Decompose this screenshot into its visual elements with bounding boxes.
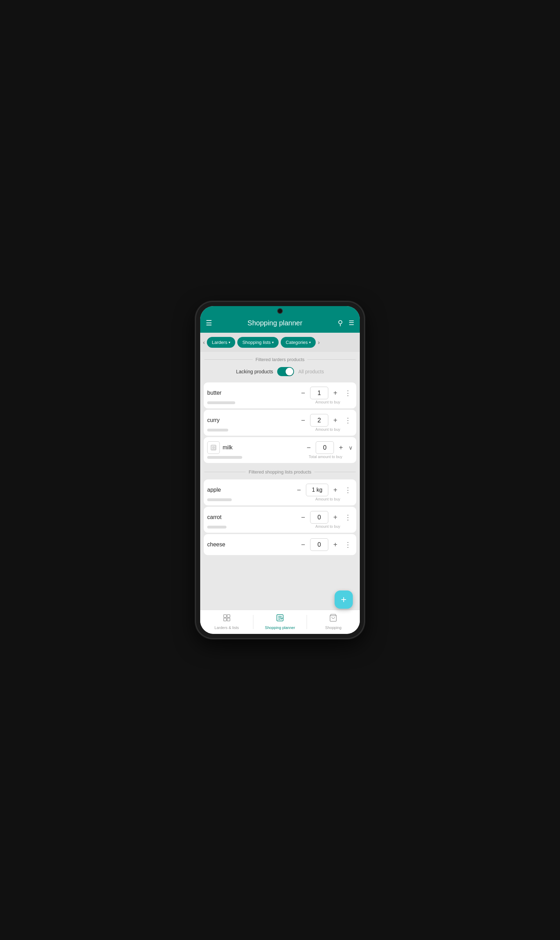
product-row-cheese: cheese − 0 + ⋮ <box>207 538 353 551</box>
nav-label-shopping-planner: Shopping planner <box>265 626 295 630</box>
product-name-curry: curry <box>207 417 295 424</box>
product-row-butter: butter − 1 + ⋮ <box>207 387 353 399</box>
qty-increase-apple[interactable]: + <box>331 485 340 495</box>
qty-decrease-curry[interactable]: − <box>298 415 308 425</box>
qty-increase-milk[interactable]: + <box>336 443 346 453</box>
product-card-carrot: carrot − 0 + ⋮ Amount to buy <box>204 507 356 533</box>
nav-item-larders-lists[interactable]: Larders & lists <box>200 610 253 634</box>
amount-label-curry: Amount to buy <box>315 427 353 431</box>
qty-display-butter: 1 <box>310 387 328 399</box>
expand-btn-milk[interactable]: ∨ <box>349 444 353 451</box>
product-card-cheese: cheese − 0 + ⋮ <box>204 534 356 555</box>
tab-categories[interactable]: Categories ▾ <box>281 337 316 348</box>
shopping-section-title: Filtered shopping lists products <box>249 469 311 475</box>
shopping-icon <box>329 613 337 624</box>
qty-decrease-carrot[interactable]: − <box>298 512 308 522</box>
qty-controls-cheese: − 0 + <box>298 538 340 551</box>
product-subtitle-butter <box>207 401 235 404</box>
fab-icon: + <box>341 594 346 605</box>
filter-icon[interactable]: ☰ <box>349 319 354 327</box>
product-subtitle-carrot <box>207 526 226 529</box>
qty-display-carrot: 0 <box>310 511 328 524</box>
product-row-apple: apple − 1 kg + ⋮ <box>207 484 353 496</box>
qty-decrease-milk[interactable]: − <box>304 443 314 453</box>
tab-larders-chevron: ▾ <box>229 341 230 344</box>
svg-rect-4 <box>214 448 215 449</box>
product-card-apple: apple − 1 kg + ⋮ Amount to buy <box>204 479 356 505</box>
more-btn-butter[interactable]: ⋮ <box>343 387 353 399</box>
qty-controls-apple: − 1 kg + <box>294 484 340 496</box>
qty-decrease-apple[interactable]: − <box>294 485 304 495</box>
tab-larders-label: Larders <box>212 340 227 345</box>
product-row-carrot: carrot − 0 + ⋮ <box>207 511 353 524</box>
product-card-milk: milk − 0 + ∨ Total amount to buy <box>204 437 356 463</box>
qty-increase-carrot[interactable]: + <box>331 512 340 522</box>
main-content: Filtered larders products Lacking produc… <box>200 352 360 610</box>
filter-tabs: ‹ Larders ▾ Shopping lists ▾ Categories … <box>200 333 360 352</box>
qty-controls-butter: − 1 + <box>298 387 340 399</box>
product-name-carrot: carrot <box>207 514 295 521</box>
qty-decrease-butter[interactable]: − <box>298 388 308 398</box>
toggle-right-label: All products <box>298 369 324 374</box>
more-btn-carrot[interactable]: ⋮ <box>343 512 353 523</box>
toggle-knob <box>286 368 293 376</box>
tab-categories-chevron: ▾ <box>309 341 311 344</box>
amount-label-milk: Total amount to buy <box>309 454 353 459</box>
product-subtitle-curry <box>207 429 228 431</box>
qty-controls-milk: − 0 + <box>304 441 346 454</box>
amount-label-carrot: Amount to buy <box>315 524 353 529</box>
tabs-right-arrow[interactable]: › <box>318 339 320 346</box>
qty-increase-butter[interactable]: + <box>331 388 340 398</box>
qty-increase-curry[interactable]: + <box>331 415 340 425</box>
tabs-left-arrow[interactable]: ‹ <box>203 339 205 346</box>
nav-label-larders-lists: Larders & lists <box>215 626 239 630</box>
product-row-milk: milk − 0 + ∨ <box>207 441 353 454</box>
search-icon[interactable]: ⚲ <box>338 319 343 327</box>
product-row-curry: curry − 2 + ⋮ <box>207 414 353 427</box>
qty-display-cheese: 0 <box>310 538 328 551</box>
more-btn-apple[interactable]: ⋮ <box>343 484 353 496</box>
product-card-curry: curry − 2 + ⋮ Amount to buy <box>204 410 356 436</box>
header-title: Shopping planner <box>248 319 302 327</box>
product-name-apple: apple <box>207 487 291 493</box>
phone-frame: ☰ Shopping planner ⚲ ☰ ‹ Larders ▾ Shopp… <box>196 302 364 638</box>
more-btn-curry[interactable]: ⋮ <box>343 415 353 426</box>
menu-icon[interactable]: ☰ <box>206 319 212 327</box>
header-icons: ⚲ ☰ <box>338 319 354 327</box>
svg-rect-1 <box>212 446 214 448</box>
product-card-butter: butter − 1 + ⋮ Amount to buy <box>204 382 356 408</box>
tab-larders[interactable]: Larders ▾ <box>207 337 235 348</box>
tab-shopping-lists-label: Shopping lists <box>242 340 271 345</box>
product-subtitle-apple <box>207 498 232 501</box>
bottom-nav: Larders & lists Shopping planner <box>200 610 360 634</box>
product-name-butter: butter <box>207 390 295 396</box>
more-btn-cheese[interactable]: ⋮ <box>343 539 353 550</box>
qty-increase-cheese[interactable]: + <box>331 540 340 550</box>
nav-item-shopping-planner[interactable]: Shopping planner <box>254 610 306 634</box>
larder-section-title: Filtered larders products <box>255 357 305 362</box>
milk-product-icon <box>207 441 220 454</box>
fab-add[interactable]: + <box>335 590 353 609</box>
qty-display-milk: 0 <box>316 441 334 454</box>
nav-item-shopping[interactable]: Shopping <box>307 610 360 634</box>
product-subtitle-milk <box>207 456 242 459</box>
larder-section-header: Filtered larders products <box>200 352 360 366</box>
qty-display-curry: 2 <box>310 414 328 427</box>
tab-shopping-lists-chevron: ▾ <box>272 341 274 344</box>
amount-label-apple: Amount to buy <box>315 496 353 501</box>
toggle-left-label: Lacking products <box>236 369 273 374</box>
qty-controls-curry: − 2 + <box>298 414 340 427</box>
qty-decrease-cheese[interactable]: − <box>298 540 308 550</box>
tab-shopping-lists[interactable]: Shopping lists ▾ <box>237 337 278 348</box>
qty-display-apple: 1 kg <box>306 484 328 496</box>
svg-rect-2 <box>214 446 215 448</box>
products-toggle[interactable] <box>277 367 294 376</box>
qty-controls-carrot: − 0 + <box>298 511 340 524</box>
product-name-cheese: cheese <box>207 541 295 548</box>
shopping-planner-icon <box>276 613 284 624</box>
camera-notch <box>277 308 283 314</box>
shopping-section-header: Filtered shopping lists products <box>200 464 360 478</box>
svg-rect-3 <box>212 448 214 449</box>
product-name-milk: milk <box>223 444 301 451</box>
svg-rect-6 <box>227 615 230 618</box>
